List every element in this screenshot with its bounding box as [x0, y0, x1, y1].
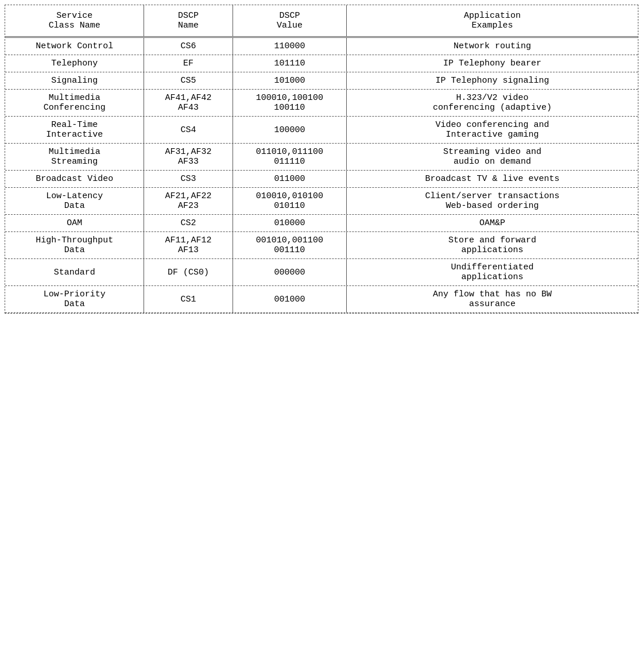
cell-dscp-value: 010010,010100 010110 [233, 188, 347, 214]
table-row: Signaling CS5 101000 IP Telephony signal… [5, 72, 638, 90]
cell-dscp-name: AF41,AF42 AF43 [144, 90, 233, 116]
cell-examples: IP Telephony bearer [347, 55, 638, 72]
cell-service: High-Throughput Data [5, 232, 144, 258]
header-dscp-name: DSCP Name [144, 5, 233, 36]
cell-dscp-value: 011010,011100 011110 [233, 144, 347, 170]
table-row: Telephony EF 101110 IP Telephony bearer [5, 55, 638, 72]
table-row: Multimedia Streaming AF31,AF32 AF33 0110… [5, 144, 638, 171]
table-row: OAM CS2 010000 OAM&P [5, 215, 638, 232]
cell-dscp-value: 001010,001100 001110 [233, 232, 347, 258]
cell-dscp-name: CS2 [144, 215, 233, 231]
cell-examples: Client/server transactions Web-based ord… [347, 188, 638, 214]
table-row: Low-Priority Data CS1 001000 Any flow th… [5, 286, 638, 313]
table-row: Low-Latency Data AF21,AF22 AF23 010010,0… [5, 188, 638, 215]
cell-dscp-value: 100000 [233, 117, 347, 143]
cell-examples: Any flow that has no BW assurance [347, 286, 638, 312]
header-service: Service Class Name [5, 5, 144, 36]
cell-dscp-name: AF11,AF12 AF13 [144, 232, 233, 258]
cell-examples: Streaming video and audio on demand [347, 144, 638, 170]
cell-service: Multimedia Conferencing [5, 90, 144, 116]
cell-dscp-name: CS3 [144, 171, 233, 187]
cell-dscp-value: 101110 [233, 55, 347, 72]
cell-dscp-name: CS1 [144, 286, 233, 312]
table-row: Multimedia Conferencing AF41,AF42 AF43 1… [5, 90, 638, 117]
table-row: Standard DF (CS0) 000000 Undifferentiate… [5, 259, 638, 286]
cell-service: Real-Time Interactive [5, 117, 144, 143]
cell-dscp-value: 101000 [233, 72, 347, 89]
cell-examples: Broadcast TV & live events [347, 171, 638, 187]
cell-dscp-name: CS5 [144, 72, 233, 89]
cell-dscp-value: 110000 [233, 38, 347, 55]
header-dscp-value: DSCP Value [233, 5, 347, 36]
header-examples: Application Examples [347, 5, 638, 36]
cell-dscp-name: AF31,AF32 AF33 [144, 144, 233, 170]
cell-dscp-name: CS4 [144, 117, 233, 143]
cell-service: Low-Priority Data [5, 286, 144, 312]
cell-dscp-name: DF (CS0) [144, 259, 233, 285]
cell-service: Multimedia Streaming [5, 144, 144, 170]
cell-examples: H.323/V2 video conferencing (adaptive) [347, 90, 638, 116]
table-row: High-Throughput Data AF11,AF12 AF13 0010… [5, 232, 638, 259]
cell-service: Standard [5, 259, 144, 285]
cell-examples: OAM&P [347, 215, 638, 231]
cell-dscp-name: AF21,AF22 AF23 [144, 188, 233, 214]
cell-examples: Store and forward applications [347, 232, 638, 258]
cell-dscp-name: EF [144, 55, 233, 72]
cell-examples: Network routing [347, 38, 638, 55]
dscp-table: Service Class Name DSCP Name DSCP Value … [5, 5, 638, 314]
cell-dscp-value: 000000 [233, 259, 347, 285]
cell-dscp-name: CS6 [144, 38, 233, 55]
cell-examples: Video conferencing and Interactive gamin… [347, 117, 638, 143]
cell-examples: Undifferentiated applications [347, 259, 638, 285]
cell-dscp-value: 011000 [233, 171, 347, 187]
cell-service: Signaling [5, 72, 144, 89]
cell-dscp-value: 001000 [233, 286, 347, 312]
table-row: Network Control CS6 110000 Network routi… [5, 38, 638, 55]
cell-service: Low-Latency Data [5, 188, 144, 214]
cell-service: Network Control [5, 38, 144, 55]
cell-service: OAM [5, 215, 144, 231]
cell-dscp-value: 010000 [233, 215, 347, 231]
table-body: Network Control CS6 110000 Network routi… [5, 38, 638, 313]
cell-examples: IP Telephony signaling [347, 72, 638, 89]
cell-service: Broadcast Video [5, 171, 144, 187]
table-row: Broadcast Video CS3 011000 Broadcast TV … [5, 171, 638, 188]
table-row: Real-Time Interactive CS4 100000 Video c… [5, 117, 638, 144]
cell-service: Telephony [5, 55, 144, 72]
cell-dscp-value: 100010,100100 100110 [233, 90, 347, 116]
table-header: Service Class Name DSCP Name DSCP Value … [5, 5, 638, 38]
